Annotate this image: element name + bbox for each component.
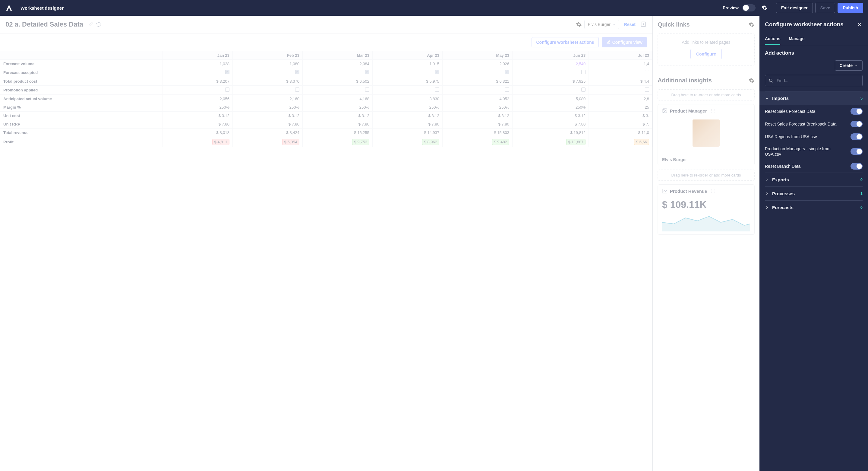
action-toggle[interactable]	[850, 148, 863, 155]
cell[interactable]: 250%	[512, 103, 589, 112]
cell[interactable]: $ 7.	[589, 120, 652, 128]
worksheet-selector[interactable]: Elvis Burger	[584, 20, 619, 29]
cell[interactable]: 1,915	[372, 60, 442, 68]
cell[interactable]: 2,8	[589, 95, 652, 103]
cell[interactable]: $ 19,812	[512, 128, 589, 137]
worksheet-settings-icon[interactable]	[576, 22, 582, 27]
insights-drop-zone[interactable]: Drag here to re-order or add more cards	[657, 89, 755, 100]
cell-checkbox[interactable]	[589, 86, 652, 95]
row-label[interactable]: Total product cost	[0, 77, 163, 86]
cell[interactable]: $ 7.80	[442, 120, 512, 128]
column-header[interactable]: Mar 23	[302, 51, 372, 60]
cell-checkbox[interactable]	[442, 86, 512, 95]
cell[interactable]: $ 7.80	[163, 120, 233, 128]
configure-actions-button[interactable]: Configure worksheet actions	[531, 37, 598, 48]
cell[interactable]: 4,168	[302, 95, 372, 103]
column-header[interactable]: Feb 23	[232, 51, 302, 60]
cell[interactable]: $ 14,937	[372, 128, 442, 137]
cell-checkbox[interactable]	[442, 68, 512, 77]
column-header[interactable]: May 23	[442, 51, 512, 60]
refresh-icon[interactable]	[95, 21, 102, 28]
row-label[interactable]: Promotion applied	[0, 86, 163, 95]
cell[interactable]: $ 3,207	[163, 77, 233, 86]
cell[interactable]: 2,026	[442, 60, 512, 68]
cell-checkbox[interactable]	[163, 68, 233, 77]
edit-title-icon[interactable]	[87, 21, 94, 28]
cell[interactable]: 2,084	[302, 60, 372, 68]
cell[interactable]: $ 16,255	[302, 128, 372, 137]
close-icon[interactable]	[857, 22, 863, 27]
cell[interactable]: $ 3,370	[232, 77, 302, 86]
cell[interactable]: 250%	[372, 103, 442, 112]
cell-checkbox[interactable]	[512, 68, 589, 77]
cell[interactable]: $ 5,975	[372, 77, 442, 86]
cell[interactable]: $ 3.	[589, 112, 652, 120]
cell[interactable]: $ 7.80	[372, 120, 442, 128]
action-group-header[interactable]: Exports0	[765, 173, 863, 186]
row-label[interactable]: Forecast volume	[0, 60, 163, 68]
reset-link[interactable]: Reset	[624, 22, 636, 27]
cell-checkbox[interactable]	[302, 86, 372, 95]
cell[interactable]: 2,540	[512, 60, 589, 68]
insert-icon[interactable]	[640, 21, 647, 28]
cell[interactable]: $ 8,424	[232, 128, 302, 137]
drag-handle-icon[interactable]: ⋮⋮	[709, 189, 717, 193]
cell[interactable]: 3,830	[372, 95, 442, 103]
cell[interactable]: $ 7.80	[232, 120, 302, 128]
cell-profit[interactable]: $ 8,962	[372, 137, 442, 147]
cell[interactable]: 1,4	[589, 60, 652, 68]
cell-checkbox[interactable]	[232, 68, 302, 77]
column-header[interactable]: Apr 23	[372, 51, 442, 60]
preview-toggle[interactable]	[742, 4, 755, 11]
cell[interactable]: $ 7,925	[512, 77, 589, 86]
cell[interactable]: $ 8,018	[163, 128, 233, 137]
data-table-wrap[interactable]: Jan 23Feb 23Mar 23Apr 23May 23Jun 23Jul …	[0, 51, 652, 147]
cell-checkbox[interactable]	[163, 86, 233, 95]
cell[interactable]: 250%	[442, 103, 512, 112]
create-button[interactable]: Create	[835, 60, 863, 70]
drag-handle-icon[interactable]: ⋮⋮	[709, 109, 717, 113]
column-header[interactable]: Jul 23	[589, 51, 652, 60]
cell-checkbox[interactable]	[232, 86, 302, 95]
column-header[interactable]: Jan 23	[163, 51, 233, 60]
cell[interactable]: $ 3.12	[302, 112, 372, 120]
action-toggle[interactable]	[850, 163, 863, 170]
action-group-header[interactable]: Forecasts0	[765, 201, 863, 214]
column-header[interactable]: Jun 23	[512, 51, 589, 60]
action-toggle[interactable]	[850, 121, 863, 127]
insights-settings-icon[interactable]	[749, 78, 755, 84]
cell[interactable]: 25	[589, 103, 652, 112]
tab-actions[interactable]: Actions	[765, 33, 780, 45]
cell-checkbox[interactable]	[589, 68, 652, 77]
action-toggle[interactable]	[850, 108, 863, 115]
cell[interactable]: 5,080	[512, 95, 589, 103]
cell[interactable]: $ 3.12	[512, 112, 589, 120]
quick-links-configure-button[interactable]: Configure	[690, 49, 722, 59]
tab-manage[interactable]: Manage	[789, 33, 804, 45]
cell-profit[interactable]: $ 9,753	[302, 137, 372, 147]
publish-button[interactable]: Publish	[838, 3, 863, 13]
cell[interactable]: $ 4,4	[589, 77, 652, 86]
cell[interactable]: $ 11,0	[589, 128, 652, 137]
cell[interactable]: 4,052	[442, 95, 512, 103]
cell-profit[interactable]: $ 4,811	[163, 137, 233, 147]
cell[interactable]: 2,160	[232, 95, 302, 103]
search-input[interactable]	[765, 75, 863, 86]
cell[interactable]: $ 6,502	[302, 77, 372, 86]
cell[interactable]: 2,056	[163, 95, 233, 103]
save-button[interactable]: Save	[815, 3, 835, 13]
cell[interactable]: 1,080	[232, 60, 302, 68]
cell[interactable]: $ 6,321	[442, 77, 512, 86]
cell-profit[interactable]: $ 9,482	[442, 137, 512, 147]
cell-profit[interactable]: $ 11,887	[512, 137, 589, 147]
cell[interactable]: 1,028	[163, 60, 233, 68]
row-label[interactable]: Anticipated actual volume	[0, 95, 163, 103]
settings-icon[interactable]	[762, 5, 768, 11]
cell-checkbox[interactable]	[512, 86, 589, 95]
cell[interactable]: 250%	[163, 103, 233, 112]
row-label[interactable]: Forecast accepted	[0, 68, 163, 77]
cell-checkbox[interactable]	[372, 68, 442, 77]
action-toggle[interactable]	[850, 134, 863, 140]
row-label[interactable]: Margin %	[0, 103, 163, 112]
cell[interactable]: $ 3.12	[163, 112, 233, 120]
